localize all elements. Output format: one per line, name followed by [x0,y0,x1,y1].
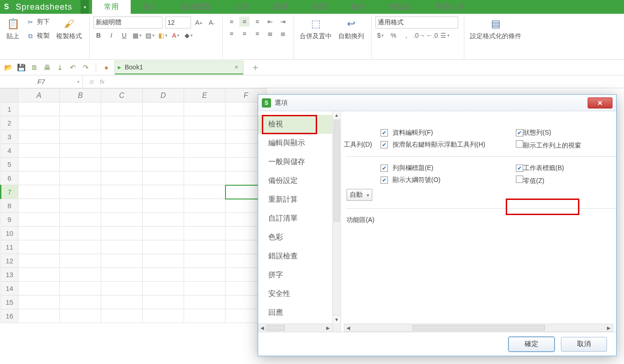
format-painter-button[interactable]: 🖌 複製格式 [54,17,84,41]
cell[interactable] [18,185,60,199]
cell[interactable] [101,268,143,282]
row-header[interactable]: 6 [1,171,18,185]
tab-insert[interactable]: 插入 [131,0,169,14]
dialog-titlebar[interactable]: S 選項 ✕ [258,95,616,111]
cell[interactable] [18,254,60,268]
cell[interactable] [60,268,101,282]
cell[interactable] [184,240,225,254]
cell[interactable] [18,309,60,323]
cell[interactable] [143,199,184,213]
cell[interactable] [18,130,60,144]
copy-button[interactable]: ⧉複製 [24,30,52,41]
cell[interactable] [101,213,143,227]
dialog-close-button[interactable]: ✕ [588,97,612,108]
row-header[interactable]: 4 [1,144,18,158]
align-bottom-button[interactable]: ≡ [252,17,262,27]
cell[interactable] [143,268,184,282]
cell[interactable] [143,240,184,254]
tab-view[interactable]: 檢視 [339,0,377,14]
cell[interactable] [18,171,60,185]
ok-button[interactable]: 確定 [508,337,555,352]
chk-headers[interactable] [381,165,388,172]
cell[interactable] [143,213,184,227]
row-header[interactable]: 13 [1,268,18,282]
italic-button[interactable]: I [106,30,116,40]
cell[interactable] [60,282,101,296]
row-header[interactable]: 16 [1,309,18,323]
nav-recalc[interactable]: 重新計算 [258,190,341,209]
undo-icon[interactable]: ↶ [68,63,77,72]
underline-button[interactable]: U [119,30,129,40]
fx-label[interactable]: fx [100,78,104,85]
row-header[interactable]: 1 [1,102,18,116]
tab-review[interactable]: 校閱 [300,0,339,14]
cell[interactable] [18,282,60,296]
redo-icon[interactable]: ↷ [81,63,90,72]
chk-float-toolbar[interactable] [381,141,388,148]
justify-button[interactable]: ≣ [265,28,275,39]
chk-zero[interactable] [516,176,523,183]
cell[interactable] [184,130,225,144]
cell[interactable] [184,199,225,213]
cell[interactable] [60,102,101,116]
cell[interactable] [60,171,101,185]
row-header[interactable]: 15 [1,296,18,309]
tab-formula[interactable]: 公式 [223,0,261,14]
row-header[interactable]: 2 [1,116,18,130]
font-name-select[interactable] [93,17,162,28]
tab-data[interactable]: 資料 [261,0,300,14]
cell[interactable] [184,227,225,240]
cell[interactable] [143,158,184,171]
cell[interactable] [184,254,225,268]
col-header[interactable]: C [101,89,143,102]
increase-decimal-button[interactable]: .0→ [414,30,424,40]
nav-general[interactable]: 一般與儲存 [258,153,341,171]
increase-font-button[interactable]: A+ [194,17,204,28]
cell[interactable] [101,199,143,213]
cell[interactable] [184,144,225,158]
cell[interactable] [184,296,225,309]
row-header[interactable]: 11 [1,240,18,254]
cell[interactable] [101,227,143,240]
cell[interactable] [143,171,184,185]
cell[interactable] [101,296,143,309]
paste-button[interactable]: 📋 貼上 [5,17,21,41]
cell[interactable] [60,213,101,227]
cell[interactable] [101,116,143,130]
row-header[interactable]: 10 [1,227,18,240]
cancel-formula-icon[interactable]: ⦸ [83,78,100,85]
app-menu-dropdown[interactable]: ▾ [81,0,89,14]
nav-spell[interactable]: 拼字 [258,266,341,284]
cell[interactable] [18,240,60,254]
auto-dropdown[interactable]: 自動 [347,189,372,201]
cell[interactable] [143,309,184,323]
cell[interactable] [101,282,143,296]
cell[interactable] [184,116,225,130]
col-header[interactable]: E [184,89,225,102]
nav-vscrollbar[interactable]: ▲▼ [332,111,341,332]
cell[interactable] [18,268,60,282]
decrease-indent-button[interactable]: ⇤ [265,17,275,27]
workbook-tab[interactable]: ▸ Book1 × [115,61,243,74]
comma-button[interactable]: , [401,30,411,40]
nav-view[interactable]: 檢視 [258,115,341,134]
cell[interactable] [184,102,225,116]
cut-button[interactable]: ✂剪下 [24,17,52,28]
number-more-button[interactable]: ☰ [440,30,450,40]
cell[interactable] [101,158,143,171]
cell[interactable] [184,185,225,199]
cell[interactable] [143,296,184,309]
cell[interactable] [143,227,184,240]
cell[interactable] [143,130,184,144]
nav-error[interactable]: 錯誤檢查 [258,247,341,266]
cell[interactable] [143,254,184,268]
cell[interactable] [60,240,101,254]
nav-lists[interactable]: 自訂清單 [258,209,341,228]
col-header[interactable]: D [143,89,184,102]
cell[interactable] [60,130,101,144]
cell[interactable] [184,309,225,323]
cell[interactable] [101,254,143,268]
cell[interactable] [143,144,184,158]
nav-feedback[interactable]: 回應 [258,303,341,322]
border-button[interactable]: ▦ [132,30,142,40]
